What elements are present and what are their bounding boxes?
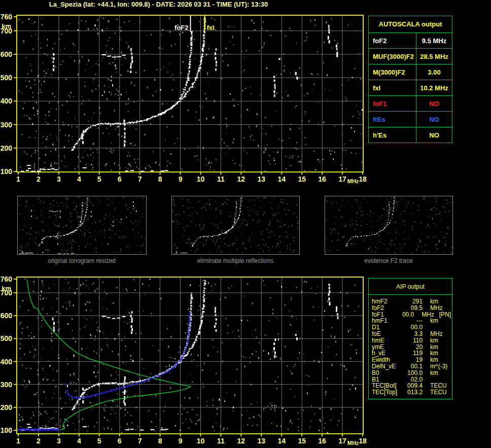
thumbnail-caption-original: original ionogram resized [17,257,146,264]
svg-text:3: 3 [57,437,61,445]
aip-label: foF2 [372,305,402,312]
aip-note [450,350,451,357]
aip-note [450,383,451,389]
table-row: DelN_vE00.1m^(-3) [372,363,451,370]
svg-text:fxI: fxI [206,24,214,31]
svg-text:1: 1 [16,175,20,183]
table-row: M(3000)F23.00 [369,64,452,80]
aip-note [450,389,451,396]
svg-text:5: 5 [97,437,101,445]
svg-text:600: 600 [1,312,13,320]
row-label: h'Es [369,127,416,143]
svg-text:MHz: MHz [347,178,359,184]
aip-note [450,357,451,363]
thumbnail-original-ionogram [17,196,147,255]
svg-text:10: 10 [197,437,205,445]
table-row: hmF2291km [372,298,451,305]
svg-text:600: 600 [1,50,13,58]
svg-text:12: 12 [237,437,246,445]
svg-text:km: km [2,285,11,292]
aip-value: 00.1 [402,363,423,370]
row-label: foF1 [369,96,416,111]
svg-text:300: 300 [1,381,13,389]
svg-text:14: 14 [277,437,286,445]
aip-label: foE [372,331,402,337]
svg-text:7: 7 [138,437,142,445]
aip-value: 100.0 [402,370,423,376]
table-row: ftEsNO [369,112,452,127]
autoscala-table-rows: foF29.5 MHzMUF(3000)F228.5 MHzM(3000)F23… [369,33,452,143]
svg-text:9: 9 [179,437,183,445]
table-row: foF1NO [369,96,452,112]
svg-text:100: 100 [1,426,13,434]
row-value: 10.2 MHz [416,80,452,95]
table-row: B0100.0km [372,370,451,376]
aip-note [450,318,451,324]
row-label: ftEs [369,112,416,127]
aip-note [450,370,451,376]
svg-text:760: 760 [1,275,13,283]
svg-text:500: 500 [1,334,13,342]
aip-unit: m^(-3) [423,363,450,370]
aip-output-table: AIP output hmF2291kmfoF209.5MHzfoF100.0M… [368,278,452,399]
aip-unit: MHz [423,331,450,337]
row-label: M(3000)F2 [369,64,416,80]
aip-unit: km [423,337,450,344]
svg-text:15: 15 [298,175,306,183]
svg-text:2: 2 [37,437,41,445]
svg-text:1: 1 [16,437,20,445]
svg-text:MHz: MHz [347,440,359,446]
svg-text:5: 5 [97,175,101,183]
autoscala-output-table: AUTOSCALA output foF29.5 MHzMUF(3000)F22… [368,16,452,143]
aip-unit: km [423,370,450,376]
svg-text:10: 10 [197,175,205,183]
svg-text:8: 8 [158,437,162,445]
svg-text:760: 760 [1,13,13,21]
aip-note [450,344,451,351]
svg-text:300: 300 [1,121,13,129]
table-row: MUF(3000)F228.5 MHz [369,49,452,64]
svg-text:4: 4 [77,437,81,445]
table-row: foF209.5MHz [372,305,451,312]
aip-label: TEC[Top] [372,389,402,396]
svg-text:foF2: foF2 [174,24,188,31]
aip-value: 3.3 [402,331,423,337]
svg-text:16: 16 [318,175,326,183]
svg-text:17: 17 [338,437,346,445]
row-value: NO [416,96,452,111]
svg-text:6: 6 [118,175,122,183]
aip-unit: TECU [423,389,450,396]
table-row: hmE110km [372,337,451,344]
aip-note: [PN] [438,312,451,318]
aip-value: 00.0 [397,312,414,318]
svg-text:7: 7 [138,175,142,183]
table-row: foF29.5 MHz [369,33,452,49]
row-value: 9.5 MHz [416,33,452,48]
row-label: foF2 [369,33,416,48]
row-value: NO [416,127,452,143]
svg-text:13: 13 [258,175,266,183]
row-value: NO [416,112,452,127]
svg-text:km: km [2,22,11,30]
svg-text:200: 200 [1,403,13,411]
thumbnail-caption-evidence: evidence F2 trace [325,257,452,264]
aip-value: 013.2 [402,389,423,396]
svg-text:9: 9 [179,175,183,183]
aip-note [450,376,451,383]
svg-text:500: 500 [1,74,13,82]
svg-text:400: 400 [1,358,13,366]
aip-note [450,324,451,331]
aip-label: hmE [372,337,402,344]
table-row: TEC[Top]013.2TECU [372,389,451,396]
svg-text:16: 16 [318,437,326,445]
row-label: MUF(3000)F2 [369,49,416,64]
aip-note [450,305,451,312]
aip-value: 09.5 [402,305,423,312]
svg-text:6: 6 [118,437,122,445]
aip-note [450,298,451,305]
aip-note [450,363,451,370]
table-row: foE3.3MHz [372,331,451,337]
aip-unit: km [423,298,450,305]
thumbnail-eliminate-reflections [171,196,300,255]
svg-text:400: 400 [1,97,13,105]
